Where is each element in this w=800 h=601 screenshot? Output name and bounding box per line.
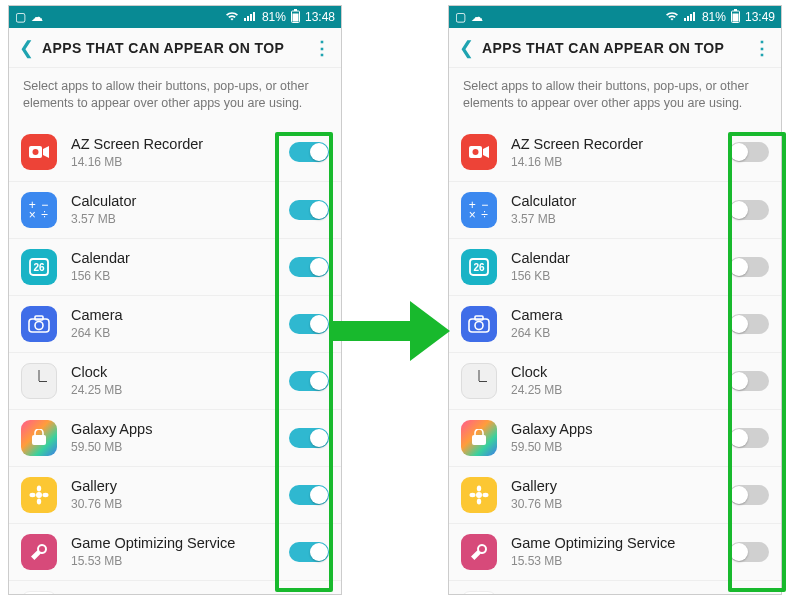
overlay-toggle[interactable] — [289, 371, 329, 391]
app-name-label: Calendar — [511, 250, 729, 267]
app-list[interactable]: AZ Screen Recorder 14.16 MB + −× ÷ Calcu… — [9, 124, 341, 594]
svg-rect-26 — [687, 16, 689, 21]
wifi-icon — [225, 10, 239, 24]
app-name-label: AZ Screen Recorder — [511, 136, 729, 153]
clock-icon — [461, 363, 497, 399]
app-list[interactable]: AZ Screen Recorder 14.16 MB + −× ÷ Calcu… — [449, 124, 781, 594]
app-row[interactable]: Galaxy Apps 59.50 MB — [9, 409, 341, 466]
page-title: APPS THAT CAN APPEAR ON TOP — [482, 40, 724, 56]
app-row[interactable]: AZ Screen Recorder 14.16 MB — [449, 124, 781, 181]
overlay-toggle[interactable] — [289, 428, 329, 448]
app-size-label: 3.57 MB — [71, 212, 289, 226]
app-row[interactable]: Camera 264 KB — [449, 295, 781, 352]
app-row[interactable]: Google Play services — [449, 580, 781, 594]
svg-rect-28 — [693, 12, 695, 21]
app-size-label: 264 KB — [511, 326, 729, 340]
app-row[interactable]: Game Optimizing Service 15.53 MB — [449, 523, 781, 580]
app-size-label: 15.53 MB — [511, 554, 729, 568]
app-name-label: Camera — [511, 307, 729, 324]
phone-screen: ▢ ☁ 81% 13:49 ❮ APPS THAT CAN APPEAR ON … — [448, 5, 782, 595]
app-name-label: Clock — [71, 364, 289, 381]
signal-icon — [244, 10, 257, 24]
galaxy-apps-icon — [21, 420, 57, 456]
app-row[interactable]: + −× ÷ Calculator 3.57 MB — [449, 181, 781, 238]
overlay-toggle[interactable] — [289, 200, 329, 220]
svg-point-45 — [483, 493, 489, 497]
svg-rect-27 — [690, 14, 692, 21]
app-name-label: Calculator — [71, 193, 289, 210]
app-row[interactable]: Clock 24.25 MB — [9, 352, 341, 409]
overlay-toggle[interactable] — [729, 314, 769, 334]
status-bar: ▢ ☁ 81% 13:48 — [9, 6, 341, 28]
overflow-menu-button[interactable]: ⋮ — [313, 37, 331, 59]
svg-rect-2 — [250, 14, 252, 21]
camera-icon — [461, 306, 497, 342]
galaxy-apps-icon — [461, 420, 497, 456]
overlay-toggle[interactable] — [729, 257, 769, 277]
app-size-label: 14.16 MB — [511, 155, 729, 169]
svg-rect-15 — [32, 435, 46, 445]
app-size-label: 3.57 MB — [511, 212, 729, 226]
svg-rect-6 — [292, 13, 298, 21]
overlay-toggle[interactable] — [729, 371, 769, 391]
app-size-label: 156 KB — [71, 269, 289, 283]
overlay-toggle[interactable] — [729, 200, 769, 220]
app-row[interactable]: Gallery 30.76 MB — [449, 466, 781, 523]
game-service-icon — [461, 534, 497, 570]
comparison-container: ▢ ☁ 81% 13:48 ❮ APPS THAT CAN APPEAR ON … — [0, 0, 800, 600]
app-row[interactable]: + −× ÷ Calculator 3.57 MB — [9, 181, 341, 238]
camera-icon — [21, 306, 57, 342]
overlay-toggle[interactable] — [289, 314, 329, 334]
app-row[interactable]: Clock 24.25 MB — [449, 352, 781, 409]
back-button[interactable]: ❮ — [19, 37, 34, 59]
app-row[interactable]: Camera 264 KB — [9, 295, 341, 352]
app-size-label: 59.50 MB — [511, 440, 729, 454]
overlay-toggle[interactable] — [289, 485, 329, 505]
cloud-icon: ☁ — [31, 10, 43, 24]
overlay-toggle[interactable] — [729, 485, 769, 505]
app-row[interactable]: 26 Calendar 156 KB — [449, 238, 781, 295]
page-description: Select apps to allow their buttons, pop-… — [9, 68, 341, 124]
app-row[interactable]: Game Optimizing Service 15.53 MB — [9, 523, 341, 580]
svg-point-19 — [30, 493, 36, 497]
clock-label: 13:49 — [745, 10, 775, 24]
app-size-label: 30.76 MB — [511, 497, 729, 511]
app-row[interactable]: AZ Screen Recorder 14.16 MB — [9, 124, 341, 181]
overlay-toggle[interactable] — [729, 142, 769, 162]
overlay-toggle[interactable] — [289, 257, 329, 277]
back-button[interactable]: ❮ — [459, 37, 474, 59]
overlay-toggle[interactable] — [729, 542, 769, 562]
svg-point-43 — [477, 498, 481, 504]
svg-point-39 — [475, 321, 483, 329]
phone-screen: ▢ ☁ 81% 13:48 ❮ APPS THAT CAN APPEAR ON … — [8, 5, 342, 595]
app-row[interactable]: Galaxy Apps 59.50 MB — [449, 409, 781, 466]
app-size-label: 24.25 MB — [511, 383, 729, 397]
app-size-label: 59.50 MB — [71, 440, 289, 454]
gallery-icon — [461, 477, 497, 513]
app-name-label: Clock — [511, 364, 729, 381]
app-row[interactable]: Gallery 30.76 MB — [9, 466, 341, 523]
app-row[interactable]: 26 Calendar 156 KB — [9, 238, 341, 295]
overflow-menu-button[interactable]: ⋮ — [753, 37, 771, 59]
game-service-icon — [21, 534, 57, 570]
calendar-icon: 26 — [461, 249, 497, 285]
battery-label: 81% — [262, 10, 286, 24]
overlay-toggle[interactable] — [729, 428, 769, 448]
recorder-icon — [21, 134, 57, 170]
play-services-icon — [21, 591, 57, 594]
calendar-icon: 26 — [21, 249, 57, 285]
battery-icon — [291, 9, 300, 26]
overlay-toggle[interactable] — [289, 142, 329, 162]
svg-rect-13 — [35, 316, 43, 320]
app-size-label: 15.53 MB — [71, 554, 289, 568]
svg-point-34 — [473, 149, 479, 155]
app-row[interactable]: Google Play services — [9, 580, 341, 594]
svg-point-20 — [43, 493, 49, 497]
clock-icon — [21, 363, 57, 399]
play-services-icon — [461, 591, 497, 594]
calculator-icon: + −× ÷ — [21, 192, 57, 228]
overlay-toggle[interactable] — [289, 542, 329, 562]
svg-rect-38 — [475, 316, 483, 320]
app-name-label: Calendar — [71, 250, 289, 267]
app-name-label: Galaxy Apps — [511, 421, 729, 438]
